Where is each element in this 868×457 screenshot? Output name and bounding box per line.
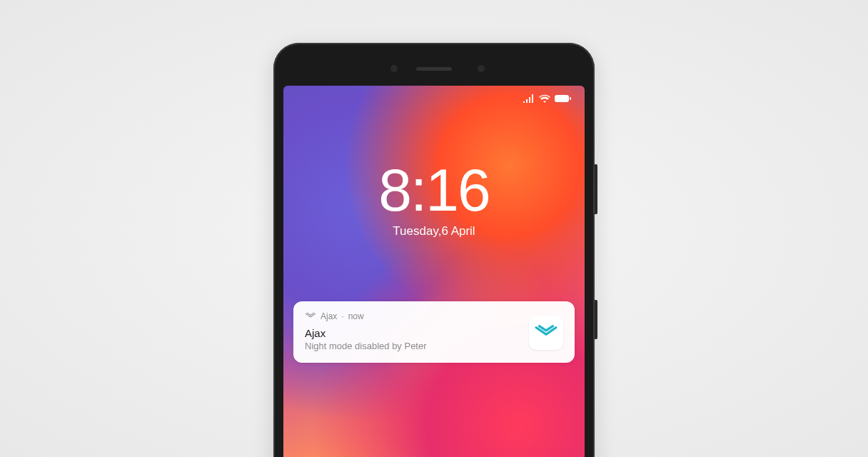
notification-timestamp: now (348, 311, 364, 321)
sensor-dot-icon (478, 65, 485, 72)
notification-header: Ajax · now (305, 311, 563, 321)
wifi-icon (539, 94, 550, 103)
notification-card[interactable]: Ajax · now Ajax Night mode disabled by P… (293, 301, 575, 363)
phone-frame: 8:16 Tuesday,6 April Ajax · now Ajax Nig… (273, 43, 595, 457)
signal-icon (523, 94, 535, 103)
svg-rect-1 (570, 97, 571, 100)
phone-top-bezel (283, 51, 585, 86)
svg-rect-0 (555, 95, 569, 102)
phone-screen: 8:16 Tuesday,6 April Ajax · now Ajax Nig… (283, 86, 585, 457)
status-bar (283, 86, 585, 111)
power-button (595, 300, 597, 339)
notification-title: Ajax (305, 327, 520, 339)
front-camera-icon (390, 65, 398, 72)
notification-text: Ajax Night mode disabled by Peter (305, 327, 520, 351)
battery-icon (555, 94, 572, 103)
notification-body: Ajax Night mode disabled by Peter (305, 327, 563, 351)
lock-screen-header: 8:16 Tuesday,6 April (283, 160, 585, 238)
notification-message: Night mode disabled by Peter (305, 341, 520, 351)
notification-app-name: Ajax (321, 311, 337, 321)
lock-screen-date: Tuesday,6 April (283, 224, 585, 238)
earpiece-speaker (416, 67, 452, 71)
notification-separator: · (341, 311, 343, 321)
ajax-large-icon (534, 323, 558, 342)
ajax-small-icon (305, 311, 316, 321)
notification-app-large-icon (529, 316, 563, 350)
volume-button (595, 164, 597, 214)
lock-screen-time: 8:16 (283, 160, 585, 220)
